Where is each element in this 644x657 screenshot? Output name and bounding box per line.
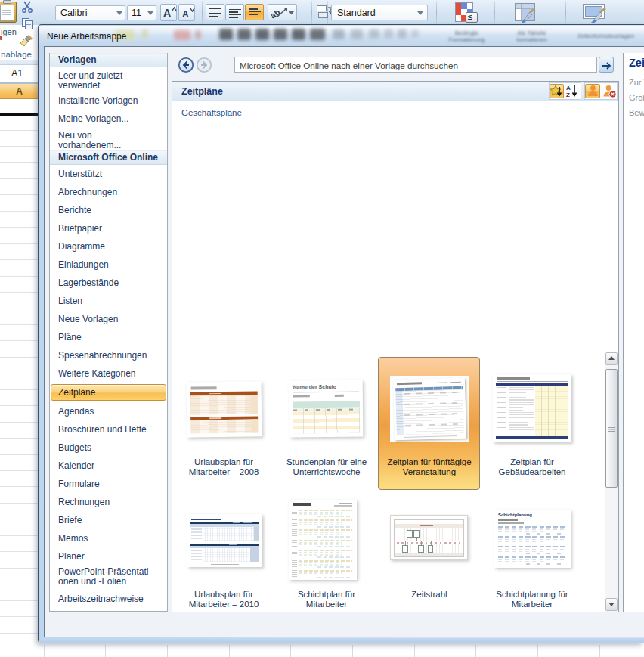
svg-text:ab: ab	[271, 7, 282, 19]
svg-text:A: A	[566, 85, 571, 91]
svg-text:Z: Z	[566, 91, 570, 98]
